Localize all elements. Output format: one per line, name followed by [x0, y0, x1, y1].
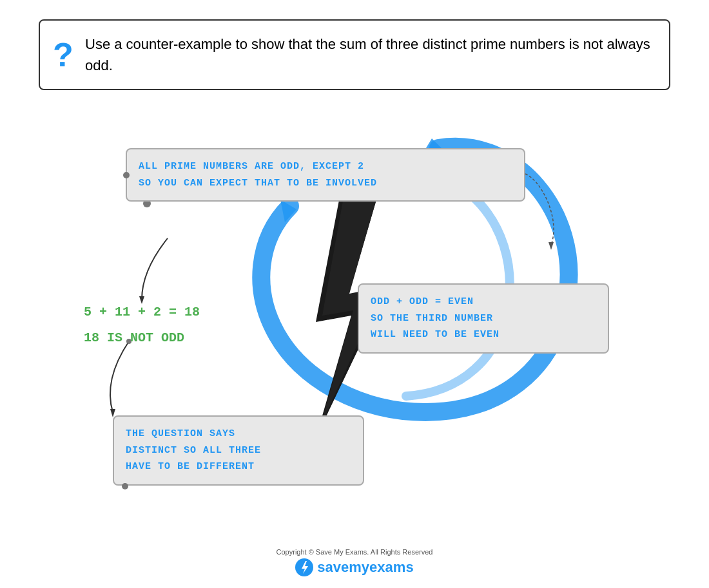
question-text: Use a counter-example to show that the s…: [85, 33, 656, 76]
question-box: ? Use a counter-example to show that the…: [39, 19, 670, 90]
callout-right: ODD + ODD = EVEN SO THE THIRD NUMBER WIL…: [358, 283, 609, 354]
footer-copyright: Copyright © Save My Exams. All Rights Re…: [277, 548, 433, 556]
callout-top-text: ALL PRIME NUMBERS ARE ODD, EXCEPT 2 SO Y…: [139, 158, 512, 191]
callout-right-text: ODD + ODD = EVEN SO THE THIRD NUMBER WIL…: [371, 294, 596, 343]
svg-marker-8: [549, 242, 554, 250]
callout-bottom: THE QUESTION SAYS DISTINCT SO ALL THREE …: [113, 415, 364, 486]
footer-logo-text: savemyexams: [317, 559, 413, 576]
callout-top: ALL PRIME NUMBERS ARE ODD, EXCEPT 2 SO Y…: [126, 148, 525, 202]
math-equation: 5 + 11 + 2 = 18: [84, 299, 200, 325]
question-mark-icon: ?: [53, 38, 73, 71]
footer-logo: savemyexams: [295, 558, 413, 576]
math-expression: 5 + 11 + 2 = 18 18 IS NOT ODD: [84, 299, 200, 351]
callout-bottom-text: THE QUESTION SAYS DISTINCT SO ALL THREE …: [126, 426, 351, 475]
footer: Copyright © Save My Exams. All Rights Re…: [0, 548, 709, 576]
logo-bolt-icon: [295, 558, 313, 576]
math-note: 18 IS NOT ODD: [84, 325, 200, 351]
svg-marker-5: [280, 200, 296, 222]
